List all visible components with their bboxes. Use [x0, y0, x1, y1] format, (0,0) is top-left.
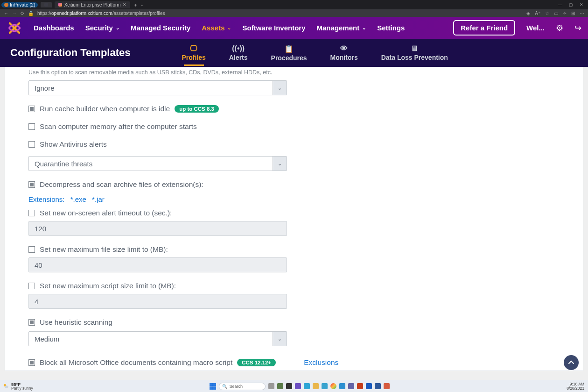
xcitium-favicon-icon — [58, 3, 62, 7]
tab-close-icon[interactable]: ✕ — [123, 2, 126, 7]
tab-notepad[interactable] — [41, 2, 52, 7]
taskbar-weather[interactable]: 55°F Partly sunny — [0, 382, 33, 391]
checkbox-heuristic[interactable] — [28, 319, 35, 326]
chevron-down-icon[interactable]: ⌄ — [273, 157, 287, 171]
extensions-label[interactable]: Extensions: — [28, 195, 65, 203]
url-text[interactable]: https://openedr.platform.xcitium.com/ass… — [37, 11, 165, 16]
label-scan-memory: Scan computer memory after the computer … — [40, 122, 197, 131]
readaloud-icon[interactable]: A⁺ — [535, 11, 540, 16]
tab-title: Xcitium Enterprise Platform — [64, 2, 120, 7]
nav-dashboards[interactable]: Dashboards — [34, 24, 74, 32]
chevron-down-icon[interactable]: ⌄ — [273, 332, 287, 346]
start-button[interactable] — [210, 383, 216, 390]
input-alert-timeout[interactable]: 120 — [28, 221, 287, 236]
select-removable-media[interactable]: Ignore ⌄ — [28, 80, 287, 95]
input-max-file-size[interactable]: 40 — [28, 257, 287, 272]
extension-exe[interactable]: *.exe — [70, 195, 86, 203]
nav-security[interactable]: Security⌄ — [85, 24, 119, 32]
nav-managed-security[interactable]: Managed Security — [131, 24, 190, 32]
notepad-favicon-icon — [44, 3, 48, 7]
monitors-icon: 👁 — [340, 44, 348, 53]
app-icon-13[interactable] — [384, 383, 390, 389]
favorites-bar-icon[interactable]: ✧ — [563, 11, 567, 16]
tab-monitors[interactable]: 👁Monitors — [330, 44, 358, 62]
clock-date: 8/28/2023 — [567, 386, 584, 391]
nav-back-icon[interactable]: ← — [4, 11, 8, 16]
app-icon-12[interactable] — [375, 383, 381, 389]
app-icon-8[interactable] — [339, 383, 345, 389]
nav-welcome[interactable]: Wel... — [526, 24, 545, 32]
logout-icon[interactable]: ↪ — [574, 23, 581, 33]
window-close-icon[interactable]: ✕ — [580, 2, 583, 7]
window-minimize-icon[interactable]: — — [558, 2, 562, 7]
chevron-down-icon[interactable]: ⌄ — [273, 81, 287, 95]
xcitium-logo-icon[interactable] — [7, 20, 22, 36]
select-threat-action[interactable]: Quarantine threats ⌄ — [28, 156, 287, 171]
checkbox-max-file-size[interactable] — [28, 246, 35, 253]
inprivate-label: InPrivate (2) — [10, 2, 35, 7]
tab-dlp[interactable]: 🖥Data Loss Prevention — [381, 44, 448, 62]
tab-alerts[interactable]: ((•))Alerts — [229, 44, 248, 62]
url-scheme: https:// — [37, 11, 51, 16]
select-heuristic-level[interactable]: Medium ⌄ — [28, 331, 287, 346]
more-icon[interactable]: ⋯ — [580, 11, 584, 16]
app-icon-3[interactable] — [295, 383, 301, 389]
app-icon-2[interactable] — [286, 383, 292, 389]
checkbox-scan-memory[interactable] — [28, 123, 35, 130]
app-icon-9[interactable] — [348, 383, 354, 389]
badge-ccs1212: CCS 12.12+ — [237, 359, 276, 366]
app-icon-5[interactable] — [313, 383, 319, 389]
tab-xcitium[interactable]: Xcitium Enterprise Platform ✕ — [55, 1, 130, 8]
checkbox-cache-builder[interactable] — [28, 106, 35, 112]
tab-procedures[interactable]: 📋Procedures — [271, 44, 307, 62]
chevron-down-icon: ⌄ — [362, 25, 366, 30]
nav-assets[interactable]: Assets⌄ — [202, 24, 231, 32]
checkbox-av-alerts[interactable] — [28, 141, 35, 148]
app-icon-1[interactable] — [277, 383, 283, 389]
tab-overflow-icon[interactable]: ⌵ — [141, 2, 143, 7]
chevron-down-icon: ⌄ — [116, 25, 119, 30]
taskview-icon[interactable] — [268, 383, 274, 389]
app-icon-7[interactable] — [330, 383, 336, 389]
nav-forward-icon[interactable]: → — [12, 11, 17, 16]
select-value: Medium — [29, 335, 273, 343]
link-exclusions[interactable]: Exclusions — [304, 358, 338, 367]
checkbox-block-macro[interactable] — [28, 359, 35, 366]
label-max-file-size: Set new maximum file size limit to (MB): — [40, 245, 168, 254]
app-icon-4[interactable] — [304, 383, 310, 389]
search-icon: 🔍 — [222, 384, 227, 389]
ext-icon[interactable]: ◈ — [526, 11, 530, 16]
app-icon-10[interactable] — [357, 383, 363, 389]
input-max-script-size[interactable]: 4 — [28, 294, 287, 309]
tab-profiles[interactable]: 🖵Profiles — [182, 44, 206, 62]
new-tab-button[interactable]: ＋ — [133, 1, 138, 8]
browser-titlebar: InPrivate (2) Xcitium Enterprise Platfor… — [0, 0, 588, 9]
label-alert-timeout: Set new on-screen alert timeout to (sec.… — [40, 209, 172, 217]
url-path: /assets/templates/profiles — [112, 11, 165, 16]
taskbar-clock[interactable]: 9:16 AM 8/28/2023 — [567, 382, 584, 390]
nav-reload-icon[interactable]: ⟳ — [21, 11, 24, 16]
label-max-script-size: Set new maximum script size limit to (MB… — [40, 282, 176, 290]
collections-icon[interactable]: ⊞ — [571, 11, 575, 16]
site-lock-icon[interactable]: 🔒 — [28, 11, 34, 16]
gear-icon[interactable]: ⚙ — [556, 23, 563, 33]
favorite-icon[interactable]: ☆ — [545, 11, 549, 16]
nav-management[interactable]: Management⌄ — [317, 24, 366, 32]
extension-jar[interactable]: *.jar — [92, 195, 105, 203]
checkbox-archive-scan[interactable] — [28, 181, 35, 188]
window-maximize-icon[interactable]: ▢ — [569, 2, 573, 7]
dlp-icon: 🖥 — [411, 44, 418, 53]
inprivate-badge[interactable]: InPrivate (2) — [1, 2, 38, 7]
checkbox-max-script-size[interactable] — [28, 283, 35, 289]
refer-friend-button[interactable]: Refer a Friend — [453, 20, 515, 36]
procedures-icon: 📋 — [284, 44, 294, 53]
nav-settings[interactable]: Settings — [377, 24, 405, 32]
app-icon-6[interactable] — [322, 383, 328, 389]
taskbar-search[interactable]: 🔍Search — [219, 383, 266, 390]
scroll-to-top-button[interactable] — [564, 355, 579, 370]
app-icon-11[interactable] — [366, 383, 372, 389]
split-icon[interactable]: ▭ — [554, 11, 558, 16]
checkbox-alert-timeout[interactable] — [28, 210, 35, 216]
nav-software-inventory[interactable]: Software Inventory — [242, 24, 305, 32]
label-heuristic: Use heuristic scanning — [40, 318, 112, 327]
